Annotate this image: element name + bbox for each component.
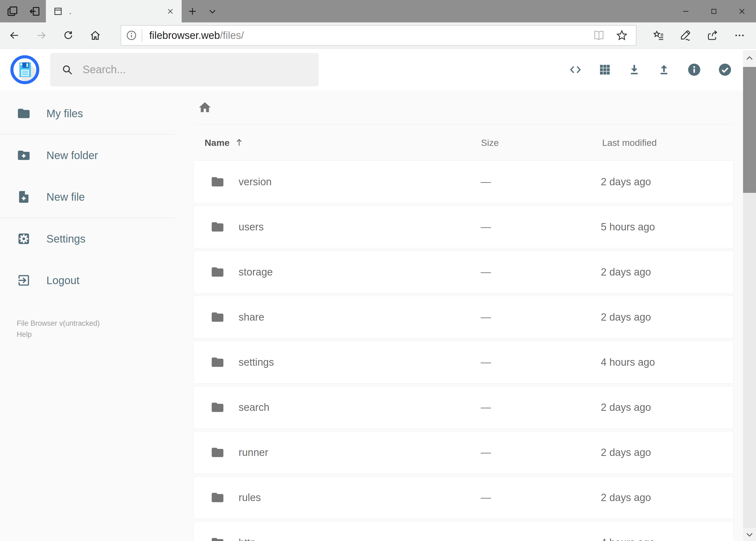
refresh-button[interactable] <box>61 27 76 44</box>
set-tabs-aside-button[interactable] <box>28 3 42 20</box>
version-text: File Browser v(untracked) <box>17 318 175 329</box>
scrollbar-thumb[interactable] <box>743 67 756 193</box>
table-row-storage[interactable]: storage — 2 days ago <box>193 251 734 293</box>
window-close-button[interactable] <box>728 0 756 22</box>
folder-icon <box>210 400 225 414</box>
back-button[interactable] <box>7 27 22 44</box>
scroll-up-button[interactable] <box>743 50 756 66</box>
file-size: — <box>481 537 491 541</box>
table-row-settings[interactable]: settings — 4 hours ago <box>193 341 734 383</box>
column-header-modified[interactable]: Last modified <box>602 137 657 148</box>
sidebar-item-label: New file <box>46 191 85 203</box>
folder-icon <box>210 265 225 279</box>
add-favorite-button[interactable] <box>616 29 629 42</box>
table-header: Name Size Last modified <box>193 125 734 161</box>
close-icon <box>737 7 747 16</box>
ink-pen-icon <box>679 29 692 42</box>
file-size: — <box>481 356 491 368</box>
filebrowser-app: My files New folder New file Settings Lo… <box>0 49 756 541</box>
browser-window: . filebrowser.web/files/ <box>0 0 756 541</box>
column-header-name[interactable]: Name <box>205 137 244 148</box>
select-multiple-button[interactable] <box>718 62 732 77</box>
chevron-down-icon <box>207 6 218 17</box>
settings-more-button[interactable] <box>732 27 747 44</box>
search-icon <box>61 64 74 76</box>
folder-icon <box>210 355 225 369</box>
table-row-http[interactable]: http — 4 hours ago <box>193 521 734 541</box>
file-size: — <box>481 221 491 233</box>
help-link[interactable]: Help <box>17 329 175 340</box>
search-input[interactable] <box>83 64 319 76</box>
hub-favorites-button[interactable] <box>651 27 666 44</box>
tab-close-button[interactable] <box>166 7 175 16</box>
browser-tab[interactable]: . <box>46 0 182 22</box>
sidebar-item-my-files[interactable]: My files <box>0 93 175 134</box>
table-row-users[interactable]: users — 5 hours ago <box>193 206 734 248</box>
forward-button[interactable] <box>34 27 49 44</box>
folder-icon <box>17 106 31 121</box>
home-breadcrumb-icon[interactable] <box>198 101 212 115</box>
search-box[interactable] <box>50 53 319 86</box>
file-name: users <box>239 221 264 233</box>
reading-view-button[interactable] <box>593 29 605 42</box>
raw-view-button[interactable] <box>569 63 582 76</box>
new-tab-button[interactable] <box>185 3 199 20</box>
file-name: share <box>239 311 264 323</box>
page-scrollbar[interactable] <box>743 50 756 541</box>
column-header-size[interactable]: Size <box>481 137 499 148</box>
folder-icon <box>210 490 225 505</box>
folder-icon <box>210 175 225 189</box>
tab-list-button[interactable] <box>205 3 219 20</box>
grid-view-button[interactable] <box>599 63 611 76</box>
sidebar-item-settings[interactable]: Settings <box>0 218 175 260</box>
upload-button[interactable] <box>657 63 671 76</box>
file-size: — <box>481 402 491 413</box>
address-bar: filebrowser.web/files/ <box>0 22 756 49</box>
file-modified: 5 hours ago <box>601 221 655 233</box>
file-modified: 2 days ago <box>601 311 651 323</box>
file-rows: version — 2 days ago users — 5 hours ago… <box>193 161 734 541</box>
folder-plus-icon <box>17 148 31 162</box>
book-icon <box>593 29 605 42</box>
folder-icon <box>210 310 225 324</box>
table-row-version[interactable]: version — 2 days ago <box>193 161 734 203</box>
info-button[interactable] <box>687 62 701 77</box>
file-name: http <box>239 537 256 541</box>
file-modified: 2 days ago <box>601 266 651 278</box>
maximize-button[interactable] <box>700 0 728 22</box>
file-name: settings <box>239 356 274 368</box>
download-button[interactable] <box>628 63 641 76</box>
home-icon <box>89 29 101 41</box>
file-modified: 2 days ago <box>601 176 651 188</box>
url-text: filebrowser.web/files/ <box>149 30 244 41</box>
maximize-icon <box>710 7 718 16</box>
home-button[interactable] <box>88 27 103 44</box>
back-icon <box>9 30 20 41</box>
sidebar-item-new-file[interactable]: New file <box>0 176 175 218</box>
url-field[interactable]: filebrowser.web/files/ <box>121 25 636 46</box>
sidebar-item-logout[interactable]: Logout <box>0 260 175 301</box>
file-plus-icon <box>17 190 31 204</box>
scroll-down-button[interactable] <box>743 528 756 541</box>
file-modified: 4 hours ago <box>601 356 655 368</box>
tab-preview-icon <box>6 5 19 18</box>
folder-icon <box>210 536 225 541</box>
table-row-search[interactable]: search — 2 days ago <box>193 386 734 429</box>
grid-icon <box>599 63 611 76</box>
check-circle-icon <box>718 62 732 77</box>
tab-preview-button[interactable] <box>5 3 19 20</box>
filebrowser-logo[interactable] <box>10 55 39 84</box>
table-row-rules[interactable]: rules — 2 days ago <box>193 476 734 519</box>
set-tabs-aside-icon <box>28 5 41 18</box>
web-notes-button[interactable] <box>678 27 693 44</box>
minimize-button[interactable] <box>672 0 700 22</box>
folder-icon <box>210 445 225 459</box>
refresh-icon <box>63 30 74 41</box>
share-button[interactable] <box>705 27 720 44</box>
site-info-icon[interactable] <box>126 29 137 41</box>
file-name: rules <box>239 492 261 503</box>
table-row-runner[interactable]: runner — 2 days ago <box>193 431 734 474</box>
sidebar-item-new-folder[interactable]: New folder <box>0 135 175 176</box>
file-modified: 2 days ago <box>601 447 651 458</box>
table-row-share[interactable]: share — 2 days ago <box>193 296 734 338</box>
